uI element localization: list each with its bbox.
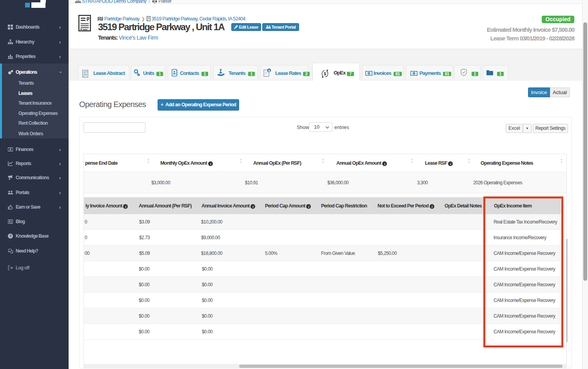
svg-text:$: $ [324, 72, 326, 76]
svg-text:0: 0 [368, 72, 370, 75]
svg-text:0: 0 [413, 72, 415, 75]
svg-text:$: $ [268, 69, 270, 73]
